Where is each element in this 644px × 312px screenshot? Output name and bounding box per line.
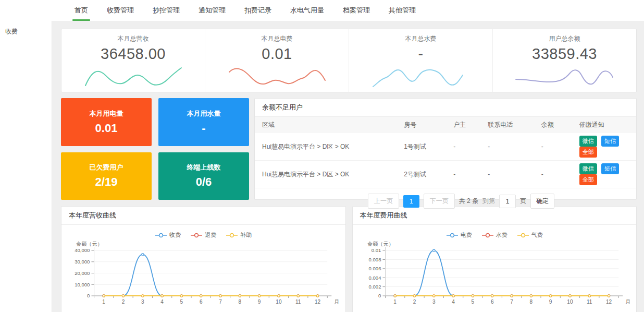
wechat-notify-button[interactable]: 微信	[579, 136, 597, 147]
svg-text:11: 11	[295, 299, 301, 305]
svg-text:7: 7	[219, 299, 222, 305]
nav-item-label: 扣费记录	[244, 6, 271, 15]
prev-page-button[interactable]: 上一页	[368, 194, 399, 209]
legend-label: 收费	[169, 231, 181, 239]
svg-text:10: 10	[276, 299, 282, 305]
nav-item-label: 水电气用量	[290, 6, 324, 15]
cell-balance: -	[537, 133, 575, 161]
cell-phone: -	[484, 133, 537, 161]
tile-terminals-online: 终端上线数 0/6	[158, 152, 249, 200]
next-page-button[interactable]: 下一页	[424, 194, 455, 209]
nav-item-other-mgmt[interactable]: 其他管理	[379, 0, 425, 21]
confirm-page-button[interactable]: 确定	[530, 194, 554, 209]
svg-text:0: 0	[87, 293, 90, 299]
sparkline-chart	[510, 64, 620, 90]
svg-text:10,000: 10,000	[75, 282, 90, 287]
legend-label: 水费	[496, 231, 507, 239]
nav-item-deduction-records[interactable]: 扣费记录	[235, 0, 281, 21]
svg-text:金额（元）: 金额（元）	[367, 241, 393, 247]
svg-text:10: 10	[567, 299, 573, 305]
svg-text:30,000: 30,000	[75, 259, 90, 265]
nav-item-archive-mgmt[interactable]: 档案管理	[333, 0, 379, 21]
kpi-tiles: 本月用电量 0.01 本月用水量 - 已欠费用户 2/19 终端上线数 0/6	[61, 98, 249, 200]
nav-item-fee-mgmt[interactable]: 收费管理	[97, 0, 143, 21]
svg-text:0.004: 0.004	[368, 275, 381, 281]
stat-label: 本月总营收	[61, 34, 205, 43]
cell-room: 2号测试	[400, 161, 449, 188]
svg-text:12: 12	[605, 299, 612, 305]
sidebar: 收费	[0, 21, 52, 312]
sms-notify-button[interactable]: 短信	[601, 136, 619, 147]
total-count-label: 共 2 条	[459, 197, 478, 206]
tile-value: 2/19	[95, 175, 118, 189]
annual-cost-chart-panel: 本年度费用曲线 电费 水费 气费 金额（元）00.0020.0040.0060.…	[352, 206, 637, 312]
legend-item[interactable]: 水费	[481, 231, 507, 239]
nav-item-utility-usage[interactable]: 水电气用量	[281, 0, 333, 21]
revenue-line-chart: 金额（元）010,00020,00030,00040,0001234567891…	[61, 241, 345, 312]
svg-text:20,000: 20,000	[75, 270, 90, 276]
tile-monthly-electricity-usage: 本月用电量 0.01	[61, 98, 152, 146]
legend-item[interactable]: 电费	[446, 231, 472, 239]
svg-text:9: 9	[258, 299, 261, 305]
tile-value: 0/6	[196, 175, 212, 189]
cell-region: Hui慧易电演示平台 > D区 > OK	[255, 161, 400, 188]
stat-label: 用户总余额	[493, 34, 636, 43]
tile-label: 终端上线数	[187, 163, 221, 172]
tile-value: -	[202, 122, 205, 135]
nav-item-notice-mgmt[interactable]: 通知管理	[189, 0, 235, 21]
stat-value: -	[349, 45, 492, 63]
svg-text:3: 3	[432, 299, 435, 305]
low-balance-table: 区域 房号 户主 联系电话 余额 催缴通知 Hui慧易电演示平台 > D区 > …	[255, 117, 636, 188]
legend-marker-icon	[155, 233, 167, 238]
chart-legend: 电费 水费 气费	[353, 225, 637, 240]
svg-text:0.01: 0.01	[371, 248, 381, 254]
legend-marker-icon	[481, 233, 494, 238]
svg-text:5: 5	[180, 299, 183, 305]
svg-text:3: 3	[141, 299, 144, 305]
svg-text:40,000: 40,000	[75, 248, 90, 254]
all-notify-button[interactable]: 全部	[579, 147, 597, 158]
legend-label: 电费	[461, 231, 472, 239]
all-notify-button[interactable]: 全部	[579, 174, 597, 185]
sparkline-chart	[79, 64, 188, 90]
nav-item-label: 首页	[75, 6, 88, 15]
nav-item-meter-mgmt[interactable]: 抄控管理	[143, 0, 189, 21]
cost-line-chart: 金额（元）00.0020.0040.0060.0080.011234567891…	[353, 241, 637, 312]
legend-item[interactable]: 气费	[517, 231, 543, 239]
current-page-button[interactable]: 1	[403, 195, 419, 208]
nav-item-label: 档案管理	[343, 6, 370, 15]
sidebar-item-fees[interactable]: 收费	[0, 21, 52, 42]
svg-text:7: 7	[510, 299, 513, 305]
goto-page-input[interactable]	[499, 195, 516, 208]
sparkline-chart	[222, 64, 332, 90]
main-content: 本月总营收 36458.00 本月总电费 0.01 本月总水费 - 用户总余额 …	[52, 21, 644, 312]
stat-value: 36458.00	[61, 45, 205, 63]
stat-value: 33859.43	[493, 45, 636, 63]
col-region: 区域	[255, 117, 400, 133]
cell-region: Hui慧易电演示平台 > D区 > OK	[255, 133, 400, 161]
page-unit-label: 页	[520, 197, 526, 206]
stat-value: 0.01	[205, 45, 349, 63]
nav-item-home[interactable]: 首页	[65, 0, 97, 21]
wechat-notify-button[interactable]: 微信	[579, 163, 597, 174]
pagination: 上一页 1 下一页 共 2 条 到第 页 确定	[270, 188, 644, 216]
stat-card-user-total-balance: 用户总余额 33859.43	[493, 29, 636, 92]
nav-item-label: 通知管理	[199, 6, 226, 15]
svg-text:8: 8	[529, 299, 532, 305]
nav-item-label: 抄控管理	[153, 6, 180, 15]
legend-item[interactable]: 收费	[155, 231, 181, 239]
col-room: 房号	[400, 117, 449, 133]
tile-overdue-users: 已欠费用户 2/19	[61, 152, 152, 200]
legend-label: 补助	[240, 231, 252, 239]
legend-marker-icon	[190, 233, 203, 238]
legend-item[interactable]: 补助	[226, 231, 252, 239]
svg-text:4: 4	[452, 299, 455, 305]
low-balance-panel: 余额不足用户 区域 房号 户主 联系电话 余额 催缴通知 Hui慧易电演示平台 …	[254, 98, 637, 200]
stat-label: 本月总电费	[205, 34, 349, 43]
legend-label: 退费	[205, 231, 216, 239]
svg-text:月: 月	[625, 299, 630, 305]
sms-notify-button[interactable]: 短信	[601, 163, 619, 174]
chart-legend: 收费 退费 补助	[61, 225, 345, 240]
legend-item[interactable]: 退费	[190, 231, 216, 239]
stat-card-monthly-water-fee: 本月总水费 -	[349, 29, 493, 92]
